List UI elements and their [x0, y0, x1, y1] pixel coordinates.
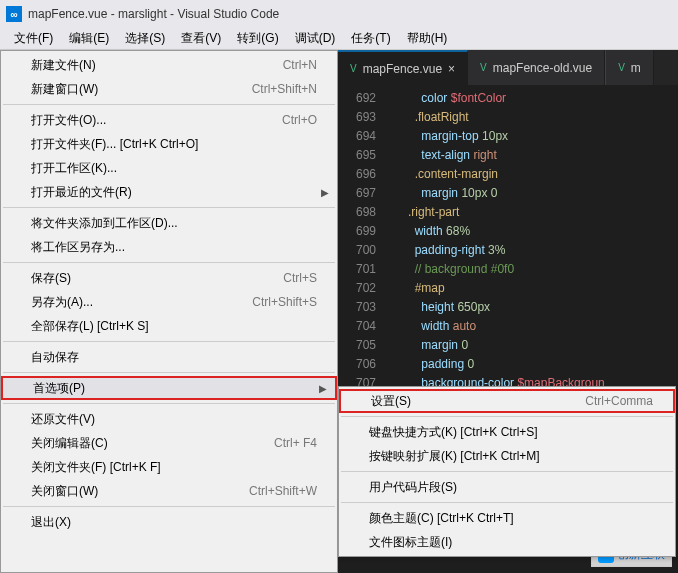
menu-item-label: 首选项(P): [33, 380, 85, 397]
file-menu-dropdown: 新建文件(N)Ctrl+N新建窗口(W)Ctrl+Shift+N打开文件(O).…: [0, 50, 338, 573]
line-number: 700: [338, 241, 376, 260]
code-line: text-align right: [388, 146, 678, 165]
menu-item-0[interactable]: 设置(S)Ctrl+Comma: [339, 389, 675, 413]
window-title: mapFence.vue - marslight - Visual Studio…: [28, 7, 279, 21]
code-line: height 650px: [388, 298, 678, 317]
vue-file-icon: V: [350, 63, 357, 74]
submenu-arrow-icon: ▶: [319, 383, 327, 394]
menu-item-label: 设置(S): [371, 393, 411, 410]
menu-item-21[interactable]: 关闭文件夹(F) [Ctrl+K F]: [1, 455, 337, 479]
menu-item-label: 打开文件(O)...: [31, 112, 106, 129]
menu-separator: [3, 506, 335, 507]
menu-shortcut: Ctrl+Shift+N: [252, 82, 317, 96]
tab-label: mapFence.vue: [363, 62, 442, 76]
menu-separator: [3, 341, 335, 342]
menu-3[interactable]: 查看(V): [173, 28, 229, 49]
menu-item-22[interactable]: 关闭窗口(W)Ctrl+Shift+W: [1, 479, 337, 503]
menu-item-4[interactable]: 打开文件夹(F)... [Ctrl+K Ctrl+O]: [1, 132, 337, 156]
menu-0[interactable]: 文件(F): [6, 28, 61, 49]
code-line: margin 0: [388, 336, 678, 355]
line-number: 701: [338, 260, 376, 279]
menu-item-6[interactable]: 打开最近的文件(R)▶: [1, 180, 337, 204]
menu-item-20[interactable]: 关闭编辑器(C)Ctrl+ F4: [1, 431, 337, 455]
line-number: 692: [338, 89, 376, 108]
menu-separator: [341, 471, 673, 472]
menu-item-label: 全部保存(L) [Ctrl+K S]: [31, 318, 149, 335]
line-number: 704: [338, 317, 376, 336]
menu-item-label: 新建文件(N): [31, 57, 96, 74]
code-line: margin 10px 0: [388, 184, 678, 203]
code-line: .floatRight: [388, 108, 678, 127]
close-icon[interactable]: ×: [448, 62, 455, 76]
menu-item-7[interactable]: 颜色主题(C) [Ctrl+K Ctrl+T]: [339, 506, 675, 530]
line-number: 693: [338, 108, 376, 127]
menu-2[interactable]: 选择(S): [117, 28, 173, 49]
menu-shortcut: Ctrl+S: [283, 271, 317, 285]
menu-item-3[interactable]: 按键映射扩展(K) [Ctrl+K Ctrl+M]: [339, 444, 675, 468]
code-line: color $fontColor: [388, 89, 678, 108]
menu-shortcut: Ctrl+Shift+W: [249, 484, 317, 498]
menu-item-label: 文件图标主题(I): [369, 534, 452, 551]
line-number: 696: [338, 165, 376, 184]
menu-item-label: 退出(X): [31, 514, 71, 531]
tab-1[interactable]: VmapFence-old.vue: [468, 50, 605, 85]
menu-item-5[interactable]: 用户代码片段(S): [339, 475, 675, 499]
menu-item-19[interactable]: 还原文件(V): [1, 407, 337, 431]
menu-item-2[interactable]: 键盘快捷方式(K) [Ctrl+K Ctrl+S]: [339, 420, 675, 444]
menu-separator: [341, 416, 673, 417]
tab-2[interactable]: Vm: [606, 50, 654, 85]
menu-6[interactable]: 任务(T): [343, 28, 398, 49]
preferences-submenu: 设置(S)Ctrl+Comma键盘快捷方式(K) [Ctrl+K Ctrl+S]…: [338, 386, 676, 557]
menu-item-0[interactable]: 新建文件(N)Ctrl+N: [1, 53, 337, 77]
menu-item-label: 还原文件(V): [31, 411, 95, 428]
menu-item-label: 关闭文件夹(F) [Ctrl+K F]: [31, 459, 161, 476]
menu-item-label: 将工作区另存为...: [31, 239, 125, 256]
line-number: 699: [338, 222, 376, 241]
line-number: 703: [338, 298, 376, 317]
menu-item-24[interactable]: 退出(X): [1, 510, 337, 534]
menu-shortcut: Ctrl+Shift+S: [252, 295, 317, 309]
menu-item-11[interactable]: 保存(S)Ctrl+S: [1, 266, 337, 290]
vscode-icon: ∞: [6, 6, 22, 22]
code-line: // background #0f0: [388, 260, 678, 279]
code-line: width 68%: [388, 222, 678, 241]
window-titlebar: ∞ mapFence.vue - marslight - Visual Stud…: [0, 0, 678, 28]
menubar: 文件(F)编辑(E)选择(S)查看(V)转到(G)调试(D)任务(T)帮助(H): [0, 28, 678, 50]
menu-item-label: 用户代码片段(S): [369, 479, 457, 496]
line-number: 706: [338, 355, 376, 374]
menu-item-label: 关闭编辑器(C): [31, 435, 108, 452]
tab-0[interactable]: VmapFence.vue×: [338, 50, 468, 85]
menu-item-label: 键盘快捷方式(K) [Ctrl+K Ctrl+S]: [369, 424, 538, 441]
code-line: padding-right 3%: [388, 241, 678, 260]
code-line: margin-top 10px: [388, 127, 678, 146]
menu-separator: [3, 262, 335, 263]
menu-shortcut: Ctrl+ F4: [274, 436, 317, 450]
menu-item-label: 将文件夹添加到工作区(D)...: [31, 215, 178, 232]
menu-7[interactable]: 帮助(H): [399, 28, 456, 49]
editor-tabs: VmapFence.vue×VmapFence-old.vueVm: [338, 50, 678, 85]
line-number: 695: [338, 146, 376, 165]
code-line: width auto: [388, 317, 678, 336]
line-number: 702: [338, 279, 376, 298]
submenu-arrow-icon: ▶: [321, 187, 329, 198]
menu-item-9[interactable]: 将工作区另存为...: [1, 235, 337, 259]
menu-item-8[interactable]: 将文件夹添加到工作区(D)...: [1, 211, 337, 235]
menu-item-15[interactable]: 自动保存: [1, 345, 337, 369]
menu-item-17[interactable]: 首选项(P)▶: [1, 376, 337, 400]
menu-item-1[interactable]: 新建窗口(W)Ctrl+Shift+N: [1, 77, 337, 101]
vue-file-icon: V: [618, 62, 625, 73]
menu-separator: [3, 207, 335, 208]
line-number: 698: [338, 203, 376, 222]
menu-item-5[interactable]: 打开工作区(K)...: [1, 156, 337, 180]
code-line: padding 0: [388, 355, 678, 374]
menu-item-label: 自动保存: [31, 349, 79, 366]
menu-item-8[interactable]: 文件图标主题(I): [339, 530, 675, 554]
menu-shortcut: Ctrl+O: [282, 113, 317, 127]
menu-item-13[interactable]: 全部保存(L) [Ctrl+K S]: [1, 314, 337, 338]
menu-5[interactable]: 调试(D): [287, 28, 344, 49]
menu-1[interactable]: 编辑(E): [61, 28, 117, 49]
menu-4[interactable]: 转到(G): [229, 28, 286, 49]
menu-item-3[interactable]: 打开文件(O)...Ctrl+O: [1, 108, 337, 132]
menu-item-12[interactable]: 另存为(A)...Ctrl+Shift+S: [1, 290, 337, 314]
code-line: .right-part: [388, 203, 678, 222]
